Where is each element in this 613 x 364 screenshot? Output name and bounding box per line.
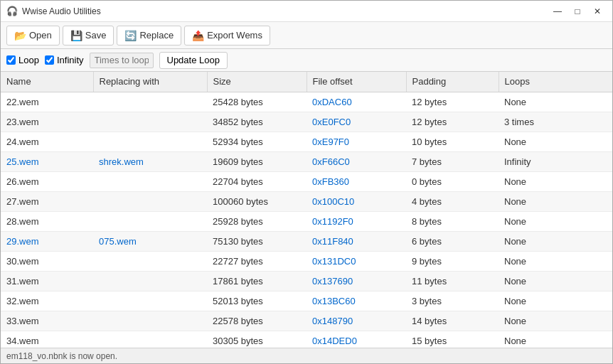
cell-loops: None — [499, 132, 612, 151]
cell-name: 29.wem — [1, 231, 93, 251]
cell-name: 22.wem — [1, 92, 93, 112]
cell-replacing — [93, 271, 207, 291]
cell-padding: 4 bytes — [406, 191, 499, 211]
cell-loops: None — [499, 311, 612, 331]
table-row[interactable]: 32.wem52013 bytes0x13BC603 bytesNone — [1, 291, 612, 311]
loop-label: Loop — [18, 55, 39, 65]
cell-loops: None — [499, 331, 612, 348]
cell-offset: 0x100C10 — [306, 191, 406, 211]
cell-size: 17861 bytes — [207, 271, 306, 291]
cell-name: 25.wem — [1, 151, 93, 171]
main-window: 🎧 Wwise Audio Utilities — □ ✕ 📂 Open 💾 S… — [0, 0, 613, 364]
cell-name: 33.wem — [1, 311, 93, 331]
cell-replacing — [93, 251, 207, 271]
cell-offset: 0xE0FC0 — [306, 112, 406, 132]
table-row[interactable]: 23.wem34852 bytes0xE0FC012 bytes3 times — [1, 112, 612, 132]
cell-replacing — [93, 132, 207, 151]
cell-size: 25928 bytes — [207, 211, 306, 231]
titlebar: 🎧 Wwise Audio Utilities — □ ✕ — [1, 1, 612, 22]
close-button[interactable]: ✕ — [588, 4, 607, 18]
infinity-label: Infinity — [57, 55, 84, 65]
cell-offset: 0x14DED0 — [306, 331, 406, 348]
export-label: Export Wems — [207, 30, 262, 41]
infinity-checkbox-label[interactable]: Infinity — [45, 55, 84, 65]
maximize-button[interactable]: □ — [568, 4, 587, 18]
cell-size: 30305 bytes — [207, 331, 306, 348]
cell-loops: None — [499, 92, 612, 112]
cell-replacing: 075.wem — [93, 231, 207, 251]
table-row[interactable]: 34.wem30305 bytes0x14DED015 bytesNone — [1, 331, 612, 348]
header-offset: File offset — [306, 72, 406, 92]
open-button[interactable]: 📂 Open — [6, 26, 60, 46]
cell-replacing — [93, 112, 207, 132]
cell-padding: 14 bytes — [406, 311, 499, 331]
header-padding: Padding — [406, 72, 499, 92]
loop-bar: Loop Infinity Update Loop — [1, 49, 612, 72]
cell-offset: 0x137690 — [306, 271, 406, 291]
cell-offset: 0x131DC0 — [306, 251, 406, 271]
cell-size: 52934 bytes — [207, 132, 306, 151]
table-row[interactable]: 31.wem17861 bytes0x13769011 bytesNone — [1, 271, 612, 291]
cell-padding: 8 bytes — [406, 211, 499, 231]
cell-offset: 0x148790 — [306, 311, 406, 331]
header-replacing: Replacing with — [93, 72, 207, 92]
cell-padding: 9 bytes — [406, 251, 499, 271]
cell-padding: 0 bytes — [406, 171, 499, 191]
table-header-row: Name Replacing with Size File offset Pad… — [1, 72, 612, 92]
file-table-container[interactable]: Name Replacing with Size File offset Pad… — [1, 72, 612, 348]
update-loop-button[interactable]: Update Loop — [159, 52, 228, 69]
table-row[interactable]: 27.wem100060 bytes0x100C104 bytesNone — [1, 191, 612, 211]
loop-checkbox[interactable] — [6, 55, 16, 65]
cell-padding: 3 bytes — [406, 291, 499, 311]
cell-offset: 0xF66C0 — [306, 151, 406, 171]
table-row[interactable]: 26.wem22704 bytes0xFB3600 bytesNone — [1, 171, 612, 191]
window-title: Wwise Audio Utilities — [22, 6, 548, 16]
cell-name: 34.wem — [1, 331, 93, 348]
cell-padding: 6 bytes — [406, 231, 499, 251]
cell-replacing — [93, 291, 207, 311]
header-size: Size — [207, 72, 306, 92]
cell-offset: 0xE97F0 — [306, 132, 406, 151]
cell-padding: 7 bytes — [406, 151, 499, 171]
times-to-loop-input[interactable] — [90, 53, 154, 68]
cell-loops: Infinity — [499, 151, 612, 171]
open-icon: 📂 — [14, 30, 26, 41]
table-row[interactable]: 24.wem52934 bytes0xE97F010 bytesNone — [1, 132, 612, 151]
table-row[interactable]: 29.wem075.wem75130 bytes0x11F8406 bytesN… — [1, 231, 612, 251]
loop-checkbox-label[interactable]: Loop — [6, 55, 39, 65]
cell-size: 75130 bytes — [207, 231, 306, 251]
cell-loops: 3 times — [499, 112, 612, 132]
cell-loops: None — [499, 231, 612, 251]
cell-name: 28.wem — [1, 211, 93, 231]
table-row[interactable]: 33.wem22578 bytes0x14879014 bytesNone — [1, 311, 612, 331]
cell-loops: None — [499, 191, 612, 211]
cell-replacing — [93, 191, 207, 211]
save-button[interactable]: 💾 Save — [63, 26, 114, 46]
table-row[interactable]: 28.wem25928 bytes0x1192F08 bytesNone — [1, 211, 612, 231]
cell-offset: 0x11F840 — [306, 231, 406, 251]
update-loop-label: Update Loop — [167, 55, 220, 65]
save-icon: 💾 — [70, 30, 82, 41]
open-label: Open — [29, 30, 52, 41]
cell-name: 24.wem — [1, 132, 93, 151]
cell-size: 100060 bytes — [207, 191, 306, 211]
table-row[interactable]: 22.wem25428 bytes0xDAC6012 bytesNone — [1, 92, 612, 112]
cell-loops: None — [499, 211, 612, 231]
table-body: 22.wem25428 bytes0xDAC6012 bytesNone23.w… — [1, 92, 612, 348]
replace-button[interactable]: 🔄 Replace — [117, 26, 181, 46]
cell-size: 19609 bytes — [207, 151, 306, 171]
cell-size: 52013 bytes — [207, 291, 306, 311]
cell-name: 31.wem — [1, 271, 93, 291]
cell-replacing — [93, 311, 207, 331]
minimize-button[interactable]: — — [548, 4, 567, 18]
file-table: Name Replacing with Size File offset Pad… — [1, 72, 612, 348]
table-row[interactable]: 30.wem22727 bytes0x131DC09 bytesNone — [1, 251, 612, 271]
export-button[interactable]: 📤 Export Wems — [184, 26, 270, 46]
header-name: Name — [1, 72, 93, 92]
cell-replacing — [93, 92, 207, 112]
table-row[interactable]: 25.wemshrek.wem19609 bytes0xF66C07 bytes… — [1, 151, 612, 171]
infinity-checkbox[interactable] — [45, 55, 54, 65]
cell-padding: 12 bytes — [406, 92, 499, 112]
app-icon: 🎧 — [6, 6, 18, 17]
cell-size: 22727 bytes — [207, 251, 306, 271]
